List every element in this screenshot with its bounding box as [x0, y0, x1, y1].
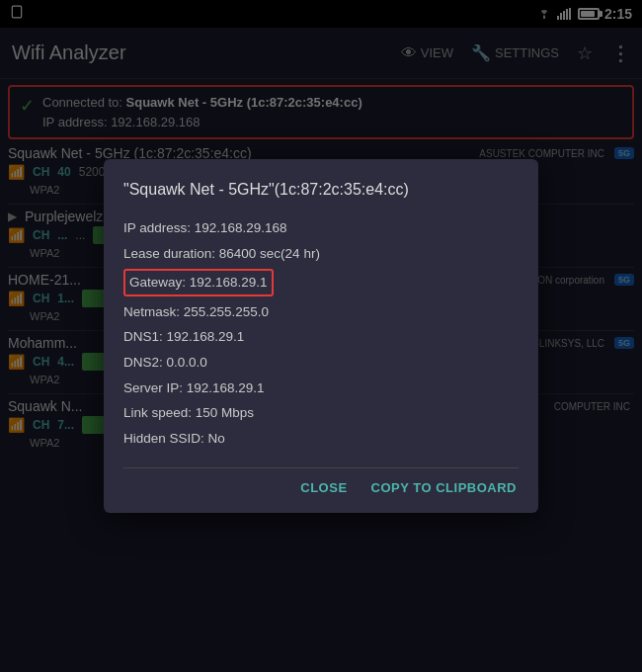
- close-button[interactable]: CLOSE: [298, 476, 349, 499]
- copy-to-clipboard-button[interactable]: COPY TO CLIPBOARD: [369, 476, 519, 499]
- network-detail-dialog: "Squawk Net - 5GHz"(1c:87:2c:35:e4:cc) I…: [104, 159, 538, 512]
- dialog-row-dns2: DNS2: 0.0.0.0: [123, 350, 519, 376]
- dialog-row-hidden: Hidden SSID: No: [123, 426, 519, 452]
- dialog-row-dns1: DNS1: 192.168.29.1: [123, 324, 519, 350]
- dialog-row-ip: IP address: 192.168.29.168: [123, 215, 519, 241]
- dialog-overlay: "Squawk Net - 5GHz"(1c:87:2c:35:e4:cc) I…: [0, 0, 642, 672]
- dialog-row-gateway: Gateway: 192.168.29.1: [123, 269, 274, 296]
- dialog-row-linkspeed: Link speed: 150 Mbps: [123, 400, 519, 426]
- dialog-row-lease: Lease duration: 86400 sec(24 hr): [123, 241, 519, 267]
- dialog-row-netmask: Netmask: 255.255.255.0: [123, 299, 519, 325]
- dialog-title: "Squawk Net - 5GHz"(1c:87:2c:35:e4:cc): [123, 179, 519, 201]
- dialog-rows: IP address: 192.168.29.168 Lease duratio…: [123, 215, 519, 452]
- dialog-actions: CLOSE COPY TO CLIPBOARD: [123, 467, 519, 499]
- dialog-row-serverip: Server IP: 192.168.29.1: [123, 376, 519, 401]
